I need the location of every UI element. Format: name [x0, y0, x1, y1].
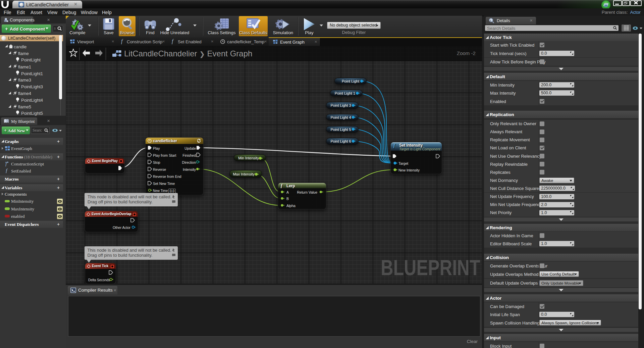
svg-text:f: f: [6, 168, 8, 173]
